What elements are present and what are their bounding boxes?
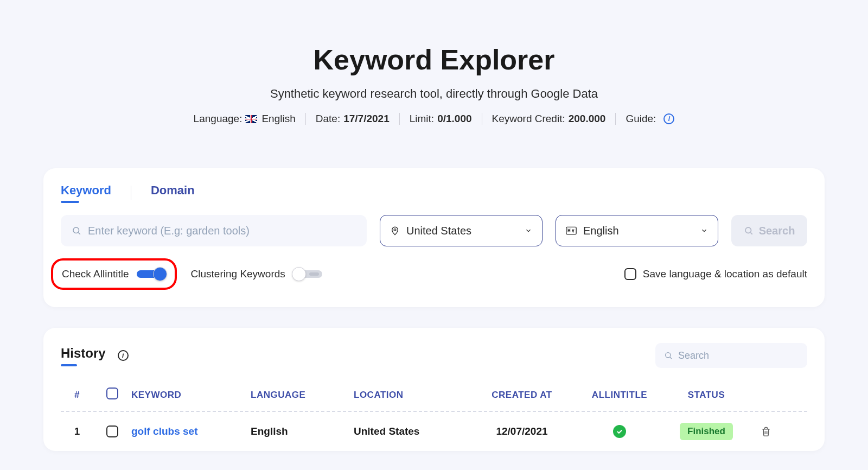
info-limit-value: 0/1.000	[437, 113, 471, 125]
page-title: Keyword Explorer	[43, 43, 825, 76]
svg-line-5	[750, 232, 752, 234]
table-row: 1 golf clubs set English United States 1…	[61, 412, 807, 451]
col-idx: #	[61, 390, 93, 401]
history-search-placeholder: Search	[678, 350, 709, 361]
language-select[interactable]: English	[556, 215, 718, 246]
col-status[interactable]: STATUS	[663, 390, 750, 401]
language-icon	[566, 226, 577, 235]
search-card: Keyword Domain Enter keyword (E.g: garde…	[43, 168, 825, 307]
language-value: English	[583, 225, 619, 237]
history-card: History i Search # KEYWORD LANGUAGE LOCA…	[43, 328, 825, 451]
svg-point-6	[666, 353, 671, 358]
row-idx: 1	[61, 425, 93, 437]
row-location: United States	[354, 425, 468, 437]
svg-point-0	[73, 227, 79, 233]
clustering-toggle[interactable]	[293, 270, 322, 278]
history-search-input[interactable]: Search	[655, 343, 807, 368]
clustering-label: Clustering Keywords	[191, 268, 285, 280]
row-language: English	[251, 425, 354, 437]
info-language-label: Language:	[194, 113, 242, 125]
info-icon[interactable]: i	[663, 113, 674, 124]
col-language[interactable]: LANGUAGE	[251, 390, 354, 401]
info-date-label: Date:	[316, 113, 340, 125]
search-icon	[72, 226, 81, 236]
check-circle-icon	[613, 425, 626, 438]
history-title: History	[61, 346, 106, 365]
keyword-input[interactable]: Enter keyword (E.g: garden tools)	[61, 215, 367, 246]
svg-point-4	[745, 227, 751, 233]
col-keyword[interactable]: KEYWORD	[131, 390, 251, 401]
row-checkbox[interactable]	[106, 425, 118, 437]
select-all-checkbox[interactable]	[106, 388, 118, 399]
country-value: United States	[406, 225, 471, 237]
col-location[interactable]: LOCATION	[354, 390, 468, 401]
country-select[interactable]: United States	[380, 215, 542, 246]
page-subtitle: Synthetic keyword research tool, directl…	[43, 87, 825, 101]
check-allintitle-toggle[interactable]	[137, 270, 166, 278]
uk-flag-icon	[245, 115, 257, 123]
info-bar: Language: English Date: 17/7/2021 Limit:…	[194, 113, 675, 125]
status-badge: Finished	[680, 423, 733, 440]
check-allintitle-label: Check Allintitle	[62, 268, 129, 280]
location-pin-icon	[390, 225, 400, 236]
info-credit-label: Keyword Credit:	[492, 113, 565, 125]
search-button[interactable]: Search	[731, 215, 807, 246]
tab-domain[interactable]: Domain	[151, 183, 195, 202]
col-created[interactable]: CREATED AT	[468, 390, 576, 401]
info-language-value: English	[261, 113, 295, 125]
chevron-down-icon	[525, 227, 532, 234]
search-icon	[744, 226, 754, 236]
row-keyword[interactable]: golf clubs set	[131, 425, 251, 437]
row-created: 12/07/2021	[468, 425, 576, 437]
svg-point-2	[394, 229, 396, 231]
check-allintitle-highlight: Check Allintitle	[51, 258, 177, 290]
svg-line-7	[670, 357, 672, 359]
info-icon[interactable]: i	[118, 350, 129, 361]
info-date-value: 17/7/2021	[343, 113, 390, 125]
save-default-checkbox[interactable]	[624, 268, 636, 280]
chevron-down-icon	[700, 227, 708, 234]
col-allintitle[interactable]: ALLINTITLE	[576, 390, 663, 401]
info-guide-label: Guide:	[626, 113, 656, 125]
table-header: # KEYWORD LANGUAGE LOCATION CREATED AT A…	[61, 382, 807, 412]
keyword-placeholder: Enter keyword (E.g: garden tools)	[88, 225, 250, 237]
trash-icon[interactable]	[761, 425, 771, 437]
svg-line-1	[78, 232, 80, 234]
info-limit-label: Limit:	[410, 113, 434, 125]
save-default-label: Save language & location as default	[643, 268, 807, 280]
search-button-label: Search	[759, 225, 795, 237]
tab-keyword[interactable]: Keyword	[61, 183, 111, 202]
info-credit-value: 200.000	[569, 113, 606, 125]
search-icon	[664, 351, 673, 360]
